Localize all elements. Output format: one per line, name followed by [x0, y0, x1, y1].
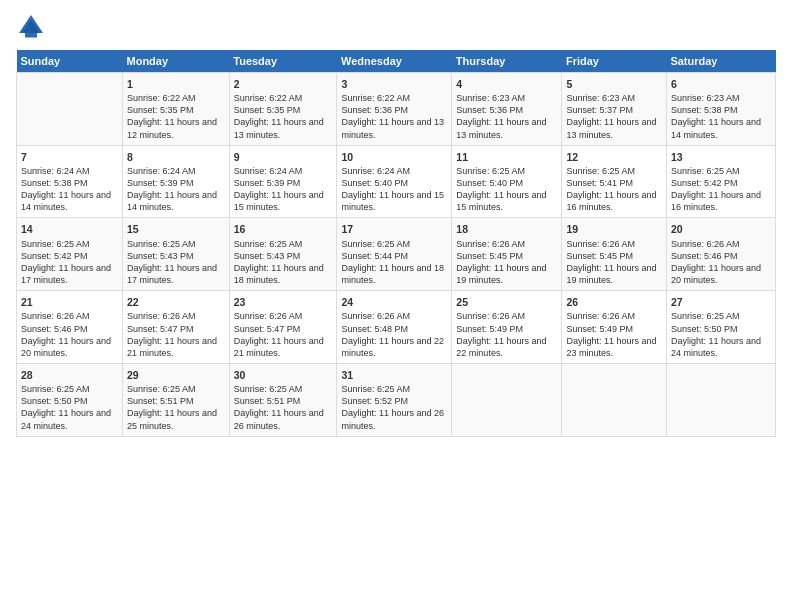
day-number: 13	[671, 150, 771, 164]
calendar-cell: 19Sunrise: 6:26 AMSunset: 5:45 PMDayligh…	[562, 218, 666, 291]
sunset-text: Sunset: 5:48 PM	[341, 323, 447, 335]
week-row-0: 1Sunrise: 6:22 AMSunset: 5:35 PMDaylight…	[17, 73, 776, 146]
daylight-text: Daylight: 11 hours and 19 minutes.	[456, 262, 557, 286]
day-number: 3	[341, 77, 447, 91]
sunrise-text: Sunrise: 6:22 AM	[127, 92, 225, 104]
sunrise-text: Sunrise: 6:25 AM	[456, 165, 557, 177]
sunset-text: Sunset: 5:40 PM	[341, 177, 447, 189]
sunset-text: Sunset: 5:44 PM	[341, 250, 447, 262]
header-cell-friday: Friday	[562, 50, 666, 73]
calendar-cell: 18Sunrise: 6:26 AMSunset: 5:45 PMDayligh…	[452, 218, 562, 291]
sunset-text: Sunset: 5:42 PM	[671, 177, 771, 189]
sunrise-text: Sunrise: 6:26 AM	[127, 310, 225, 322]
calendar-cell: 27Sunrise: 6:25 AMSunset: 5:50 PMDayligh…	[666, 291, 775, 364]
sunrise-text: Sunrise: 6:23 AM	[671, 92, 771, 104]
sunset-text: Sunset: 5:46 PM	[671, 250, 771, 262]
calendar-cell	[452, 363, 562, 436]
daylight-text: Daylight: 11 hours and 12 minutes.	[127, 116, 225, 140]
sunset-text: Sunset: 5:47 PM	[127, 323, 225, 335]
daylight-text: Daylight: 11 hours and 16 minutes.	[671, 189, 771, 213]
sunrise-text: Sunrise: 6:25 AM	[341, 383, 447, 395]
sunset-text: Sunset: 5:46 PM	[21, 323, 118, 335]
sunrise-text: Sunrise: 6:25 AM	[127, 383, 225, 395]
day-number: 30	[234, 368, 333, 382]
daylight-text: Daylight: 11 hours and 16 minutes.	[566, 189, 661, 213]
sunrise-text: Sunrise: 6:26 AM	[21, 310, 118, 322]
sunrise-text: Sunrise: 6:25 AM	[21, 383, 118, 395]
day-number: 1	[127, 77, 225, 91]
header-cell-saturday: Saturday	[666, 50, 775, 73]
calendar-cell: 25Sunrise: 6:26 AMSunset: 5:49 PMDayligh…	[452, 291, 562, 364]
header-cell-monday: Monday	[123, 50, 230, 73]
day-number: 22	[127, 295, 225, 309]
calendar-cell: 5Sunrise: 6:23 AMSunset: 5:37 PMDaylight…	[562, 73, 666, 146]
day-number: 7	[21, 150, 118, 164]
calendar-cell: 26Sunrise: 6:26 AMSunset: 5:49 PMDayligh…	[562, 291, 666, 364]
daylight-text: Daylight: 11 hours and 18 minutes.	[234, 262, 333, 286]
sunrise-text: Sunrise: 6:25 AM	[671, 310, 771, 322]
sunrise-text: Sunrise: 6:26 AM	[566, 310, 661, 322]
sunset-text: Sunset: 5:50 PM	[21, 395, 118, 407]
week-row-2: 14Sunrise: 6:25 AMSunset: 5:42 PMDayligh…	[17, 218, 776, 291]
calendar-cell: 8Sunrise: 6:24 AMSunset: 5:39 PMDaylight…	[123, 145, 230, 218]
calendar-cell: 24Sunrise: 6:26 AMSunset: 5:48 PMDayligh…	[337, 291, 452, 364]
sunrise-text: Sunrise: 6:26 AM	[341, 310, 447, 322]
sunrise-text: Sunrise: 6:23 AM	[456, 92, 557, 104]
sunset-text: Sunset: 5:36 PM	[341, 104, 447, 116]
calendar-cell: 2Sunrise: 6:22 AMSunset: 5:35 PMDaylight…	[229, 73, 337, 146]
day-number: 4	[456, 77, 557, 91]
daylight-text: Daylight: 11 hours and 19 minutes.	[566, 262, 661, 286]
calendar-cell: 1Sunrise: 6:22 AMSunset: 5:35 PMDaylight…	[123, 73, 230, 146]
sunrise-text: Sunrise: 6:26 AM	[234, 310, 333, 322]
sunset-text: Sunset: 5:39 PM	[127, 177, 225, 189]
day-number: 20	[671, 222, 771, 236]
sunrise-text: Sunrise: 6:25 AM	[234, 383, 333, 395]
header-cell-tuesday: Tuesday	[229, 50, 337, 73]
daylight-text: Daylight: 11 hours and 17 minutes.	[127, 262, 225, 286]
day-number: 8	[127, 150, 225, 164]
day-number: 26	[566, 295, 661, 309]
day-number: 11	[456, 150, 557, 164]
calendar-cell: 12Sunrise: 6:25 AMSunset: 5:41 PMDayligh…	[562, 145, 666, 218]
sunset-text: Sunset: 5:47 PM	[234, 323, 333, 335]
calendar-cell: 14Sunrise: 6:25 AMSunset: 5:42 PMDayligh…	[17, 218, 123, 291]
sunset-text: Sunset: 5:51 PM	[127, 395, 225, 407]
calendar-cell	[17, 73, 123, 146]
logo-icon	[16, 12, 46, 42]
sunset-text: Sunset: 5:41 PM	[566, 177, 661, 189]
sunset-text: Sunset: 5:36 PM	[456, 104, 557, 116]
week-row-1: 7Sunrise: 6:24 AMSunset: 5:38 PMDaylight…	[17, 145, 776, 218]
sunrise-text: Sunrise: 6:25 AM	[21, 238, 118, 250]
calendar-cell: 17Sunrise: 6:25 AMSunset: 5:44 PMDayligh…	[337, 218, 452, 291]
sunrise-text: Sunrise: 6:25 AM	[341, 238, 447, 250]
week-row-3: 21Sunrise: 6:26 AMSunset: 5:46 PMDayligh…	[17, 291, 776, 364]
day-number: 10	[341, 150, 447, 164]
header	[16, 12, 776, 42]
sunset-text: Sunset: 5:51 PM	[234, 395, 333, 407]
daylight-text: Daylight: 11 hours and 15 minutes.	[456, 189, 557, 213]
sunset-text: Sunset: 5:52 PM	[341, 395, 447, 407]
daylight-text: Daylight: 11 hours and 17 minutes.	[21, 262, 118, 286]
logo	[16, 12, 50, 42]
day-number: 2	[234, 77, 333, 91]
calendar-cell: 30Sunrise: 6:25 AMSunset: 5:51 PMDayligh…	[229, 363, 337, 436]
sunset-text: Sunset: 5:42 PM	[21, 250, 118, 262]
calendar-cell: 6Sunrise: 6:23 AMSunset: 5:38 PMDaylight…	[666, 73, 775, 146]
daylight-text: Daylight: 11 hours and 13 minutes.	[456, 116, 557, 140]
sunrise-text: Sunrise: 6:25 AM	[127, 238, 225, 250]
daylight-text: Daylight: 11 hours and 21 minutes.	[234, 335, 333, 359]
daylight-text: Daylight: 11 hours and 22 minutes.	[341, 335, 447, 359]
sunrise-text: Sunrise: 6:26 AM	[456, 310, 557, 322]
sunrise-text: Sunrise: 6:26 AM	[566, 238, 661, 250]
calendar-cell: 3Sunrise: 6:22 AMSunset: 5:36 PMDaylight…	[337, 73, 452, 146]
calendar-cell	[562, 363, 666, 436]
sunset-text: Sunset: 5:38 PM	[671, 104, 771, 116]
day-number: 16	[234, 222, 333, 236]
daylight-text: Daylight: 11 hours and 23 minutes.	[566, 335, 661, 359]
daylight-text: Daylight: 11 hours and 14 minutes.	[127, 189, 225, 213]
day-number: 18	[456, 222, 557, 236]
calendar-cell: 15Sunrise: 6:25 AMSunset: 5:43 PMDayligh…	[123, 218, 230, 291]
sunrise-text: Sunrise: 6:24 AM	[127, 165, 225, 177]
week-row-4: 28Sunrise: 6:25 AMSunset: 5:50 PMDayligh…	[17, 363, 776, 436]
daylight-text: Daylight: 11 hours and 13 minutes.	[341, 116, 447, 140]
